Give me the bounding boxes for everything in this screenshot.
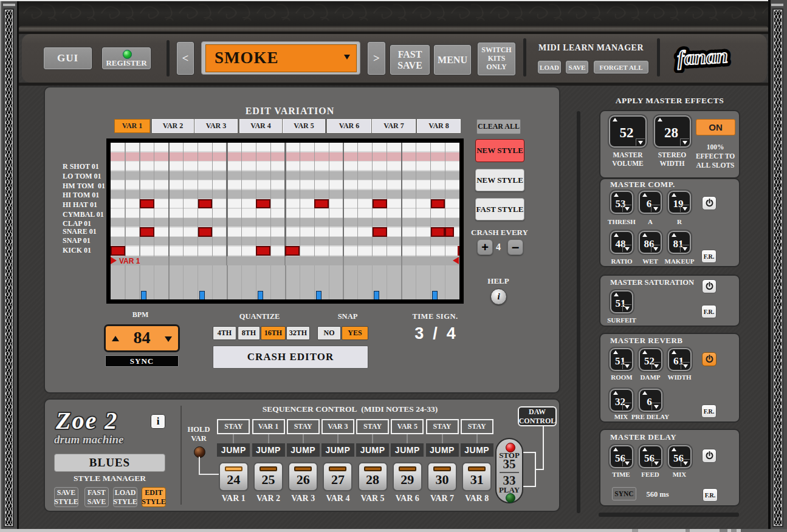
svg-text:fanan: fanan xyxy=(676,44,728,69)
svg-text:Zoe 2: Zoe 2 xyxy=(55,407,118,434)
svg-text:drum machine: drum machine xyxy=(54,433,124,446)
